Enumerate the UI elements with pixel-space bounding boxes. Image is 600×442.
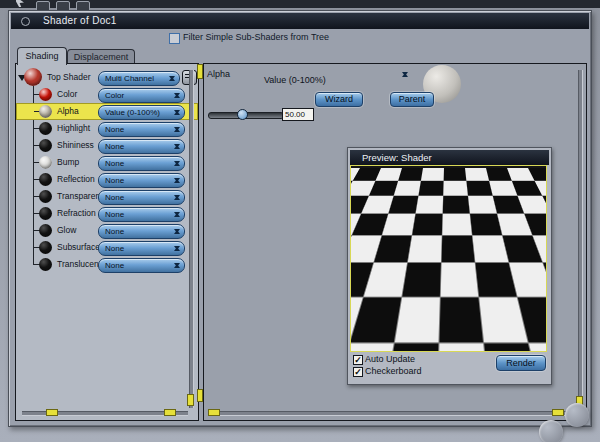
value-slider-handle[interactable] [237, 109, 248, 120]
auto-update-label: Auto Update [365, 354, 415, 364]
channel-label: Reflection [57, 171, 95, 188]
shader-detail-panel: Alpha Value (0-100%) Wizard Parent Previ… [203, 63, 587, 421]
cursor-tool-icon[interactable] [16, 0, 24, 7]
tab-shading[interactable]: Shading [17, 47, 67, 65]
chevron-updown-icon[interactable] [401, 70, 409, 79]
channel-shader-dropdown[interactable]: None [98, 241, 185, 256]
preview-title: Preview: Shader [362, 150, 432, 165]
dropdown-value: Color [105, 89, 124, 102]
parent-button[interactable]: Parent [390, 92, 434, 107]
tree-vscrollbar[interactable] [189, 70, 194, 408]
app-toolbar-fragment [0, 0, 600, 8]
channel-sphere-icon [24, 68, 42, 86]
wizard-button[interactable]: Wizard [315, 92, 363, 107]
channel-label: Refraction [57, 205, 96, 222]
detail-vscrollbar[interactable] [578, 70, 583, 408]
tree-vscroll-thumb[interactable] [187, 394, 194, 406]
detail-hscroll-thumb[interactable] [208, 409, 220, 416]
preview-titlebar[interactable]: Preview: Shader [350, 150, 549, 165]
detail-channel-label: Alpha [207, 69, 230, 79]
dropdown-value: Value (0-100%) [105, 106, 160, 119]
chevron-updown-icon [173, 159, 181, 168]
screen: Shader of Doc1 Filter Simple Sub-Shaders… [0, 0, 600, 442]
window-title: Shader of Doc1 [43, 13, 117, 29]
tree-row-transparency[interactable]: TransparencyNone [16, 188, 198, 205]
channel-shader-dropdown[interactable]: None [98, 139, 185, 154]
resize-grip-icon[interactable] [565, 403, 589, 427]
preview-tool-icon[interactable] [354, 170, 368, 182]
channel-shader-dropdown[interactable]: None [98, 207, 185, 222]
channel-sphere-icon [39, 258, 52, 271]
tree-row-subsurface-sc[interactable]: Subsurface ScNone [16, 239, 198, 256]
dropdown-value: None [105, 191, 124, 204]
channel-sphere-icon [39, 224, 52, 237]
tree-row-reflection[interactable]: ReflectionNone [16, 171, 198, 188]
tree-row-alpha[interactable]: AlphaValue (0-100%) [16, 103, 198, 120]
channel-sphere-icon [39, 122, 52, 135]
channel-label: Highlight [57, 120, 90, 137]
channel-sphere-icon [39, 88, 52, 101]
tree-row-shininess[interactable]: ShininessNone [16, 137, 198, 154]
shader-type-value: Value (0-100%) [264, 75, 326, 85]
channel-label: Color [57, 86, 77, 103]
channel-shader-dropdown[interactable]: Color [98, 88, 185, 103]
panel-splitter-handle[interactable] [197, 389, 203, 402]
chevron-updown-icon [173, 227, 181, 236]
channel-shader-dropdown[interactable]: None [98, 224, 185, 239]
dropdown-value: None [105, 174, 124, 187]
dropdown-value: None [105, 140, 124, 153]
window-titlebar[interactable]: Shader of Doc1 [11, 13, 589, 29]
chevron-updown-icon [173, 125, 181, 134]
channel-sphere-icon [39, 241, 52, 254]
filter-subshaders-checkbox[interactable] [169, 33, 180, 44]
chevron-updown-icon [173, 261, 181, 270]
channel-label: Glow [57, 222, 76, 239]
chevron-updown-icon [173, 91, 181, 100]
tree-row-refraction[interactable]: RefractionNone [16, 205, 198, 222]
value-input[interactable] [282, 108, 314, 121]
channel-shader-dropdown[interactable]: None [98, 190, 185, 205]
filter-subshaders-label: Filter Simple Sub-Shaders from Tree [183, 31, 329, 43]
tree-hscroll-thumb[interactable] [46, 409, 58, 416]
channel-label: Shininess [57, 137, 94, 154]
checkerboard-floor [350, 165, 547, 168]
checkerboard-checkbox[interactable]: ✓ [353, 367, 363, 377]
tree-row-translucency[interactable]: TranslucencyNone [16, 256, 198, 273]
dropdown-value: None [105, 242, 124, 255]
channel-shader-dropdown[interactable]: None [98, 156, 185, 171]
channel-sphere-icon [39, 190, 52, 203]
detail-hscrollbar[interactable] [210, 411, 574, 416]
channel-label: Bump [57, 154, 79, 171]
channel-shader-dropdown[interactable]: Multi Channel [98, 71, 180, 86]
channel-label: Top Shader [47, 69, 90, 86]
preview-window: Preview: Shader ✓ Auto Update ✓ Checkerb… [347, 147, 552, 385]
tree-row-glow[interactable]: GlowNone [16, 222, 198, 239]
channel-shader-dropdown[interactable]: None [98, 173, 185, 188]
tree-hscroll-thumb[interactable] [164, 409, 176, 416]
chevron-updown-icon [173, 142, 181, 151]
channel-sphere-icon [39, 156, 52, 169]
channel-sphere-icon [39, 173, 52, 186]
chevron-updown-icon [173, 193, 181, 202]
preview-render-image [350, 165, 547, 352]
tree-row-highlight[interactable]: HighlightNone [16, 120, 198, 137]
dropdown-value: None [105, 208, 124, 221]
tree-row-bump[interactable]: BumpNone [16, 154, 198, 171]
window-button-icon[interactable] [21, 17, 30, 26]
channel-sphere-icon [39, 139, 52, 152]
tree-row-top-shader[interactable]: Top ShaderMulti Channel [16, 69, 198, 86]
detail-hscroll-thumb[interactable] [552, 409, 564, 416]
auto-update-checkbox[interactable]: ✓ [353, 355, 363, 365]
tree-row-color[interactable]: ColorColor [16, 86, 198, 103]
channel-shader-dropdown[interactable]: None [98, 258, 185, 273]
channel-shader-dropdown[interactable]: None [98, 122, 185, 137]
dropdown-value: Multi Channel [105, 72, 154, 85]
panel-splitter-handle[interactable] [197, 64, 203, 79]
chevron-updown-icon [173, 108, 181, 117]
dropdown-value: None [105, 259, 124, 272]
channel-shader-dropdown[interactable]: Value (0-100%) [98, 105, 185, 120]
resize-grip-icon[interactable] [539, 420, 563, 442]
channel-label: Alpha [57, 103, 79, 120]
shader-type-dropdown[interactable]: Value (0-100%) [264, 69, 414, 82]
render-button[interactable]: Render [496, 355, 546, 371]
